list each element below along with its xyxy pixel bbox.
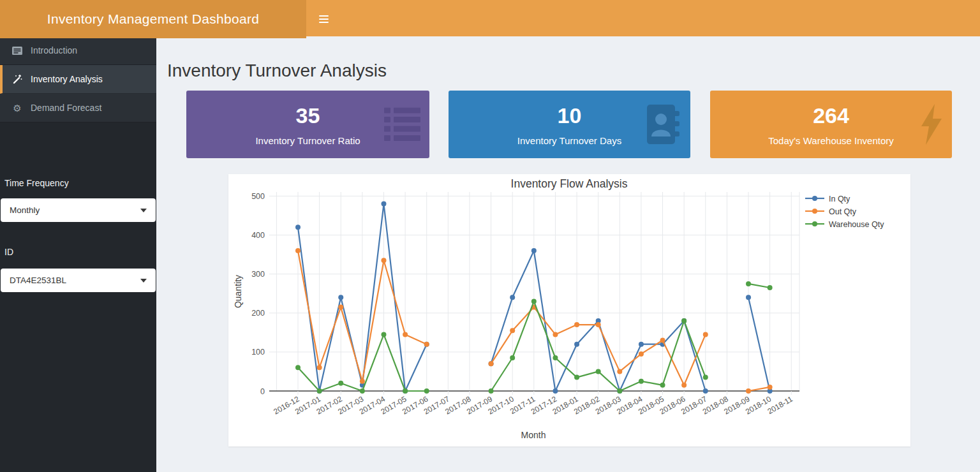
list-alt-icon	[11, 47, 23, 55]
svg-text:Out Qty: Out Qty	[829, 207, 857, 216]
data-point	[703, 332, 708, 337]
svg-text:100: 100	[251, 348, 265, 357]
sidebar-toggle-button[interactable]	[315, 13, 332, 26]
sidebar-item-label: Inventory Analysis	[31, 74, 103, 84]
time-frequency-select[interactable]: Monthly	[1, 198, 156, 222]
data-point	[295, 248, 301, 253]
data-point	[489, 388, 494, 394]
svg-text:Quantity: Quantity	[233, 275, 243, 308]
hamburger-icon	[319, 15, 329, 17]
svg-text:400: 400	[251, 231, 265, 240]
legend-item-warehouse-qty[interactable]: Warehouse Qty	[805, 220, 884, 229]
data-point	[489, 361, 494, 366]
data-point	[596, 322, 601, 327]
list-icon	[384, 108, 420, 142]
data-point	[338, 305, 343, 310]
legend-item-in-qty[interactable]: In Qty	[805, 195, 850, 203]
data-point	[639, 379, 644, 384]
sidebar: Introduction Inventory Analysis ⚙ Demand…	[0, 36, 156, 472]
sidebar-item-demand-forecast[interactable]: ⚙ Demand Forecast	[0, 94, 156, 122]
data-point	[424, 388, 429, 394]
data-point	[317, 388, 322, 394]
data-point	[681, 318, 687, 323]
data-point	[746, 295, 751, 300]
svg-text:0: 0	[260, 387, 265, 396]
data-point	[574, 342, 579, 347]
data-point	[338, 381, 343, 386]
id-label: ID	[2, 247, 16, 257]
data-point	[768, 385, 773, 390]
data-point	[768, 285, 773, 290]
data-point	[381, 332, 386, 337]
legend-item-out-qty[interactable]: Out Qty	[805, 207, 857, 216]
chevron-down-icon	[140, 209, 147, 212]
svg-text:200: 200	[251, 309, 265, 318]
gear-icon: ⚙	[11, 103, 23, 113]
data-point	[639, 342, 644, 347]
data-point	[553, 355, 558, 360]
data-point	[381, 258, 386, 263]
stat-card-turnover-ratio: 35 Inventory Turnover Ratio	[186, 91, 429, 158]
data-point	[703, 388, 708, 394]
sidebar-item-inventory-analysis[interactable]: Inventory Analysis	[0, 65, 156, 94]
stat-label: Today's Warehouse Inventory	[710, 135, 952, 146]
data-point	[596, 369, 601, 374]
data-point	[295, 365, 301, 370]
data-point	[574, 322, 579, 327]
data-point	[681, 383, 687, 388]
data-point	[295, 225, 301, 230]
svg-text:500: 500	[251, 192, 265, 201]
svg-text:300: 300	[251, 270, 265, 279]
data-point	[639, 351, 644, 357]
data-point	[510, 355, 515, 360]
data-point	[574, 375, 579, 380]
data-point	[360, 379, 365, 384]
data-point	[703, 375, 708, 380]
sidebar-item-introduction[interactable]: Introduction	[0, 36, 156, 65]
svg-text:2018-11: 2018-11	[766, 394, 794, 416]
svg-text:In Qty: In Qty	[829, 195, 850, 203]
inventory-flow-chart: 01002003004005002016-122017-012017-02201…	[228, 174, 910, 446]
data-point	[660, 338, 665, 343]
stat-card-warehouse-inventory: 264 Today's Warehouse Inventory	[710, 91, 952, 158]
data-point	[553, 332, 558, 337]
data-point	[510, 328, 515, 333]
svg-text:Inventory Flow Analysis: Inventory Flow Analysis	[511, 177, 628, 190]
time-frequency-label: Time Frequency	[2, 178, 71, 188]
data-point	[746, 281, 751, 286]
data-point	[510, 295, 515, 300]
data-point	[317, 365, 322, 370]
id-select[interactable]: DTA4E2531BL	[1, 269, 156, 292]
data-point	[338, 295, 343, 300]
data-point	[531, 299, 537, 304]
stat-value: 264	[710, 103, 952, 128]
data-point	[360, 388, 365, 394]
time-frequency-value: Monthly	[10, 205, 40, 215]
data-point	[660, 383, 665, 388]
sidebar-item-label: Introduction	[31, 45, 77, 55]
bolt-icon	[921, 104, 943, 145]
svg-text:Warehouse Qty: Warehouse Qty	[829, 220, 884, 229]
address-book-icon	[644, 105, 681, 144]
sidebar-item-label: Demand Forecast	[31, 103, 101, 113]
stat-card-turnover-days: 10 Inventory Turnover Days	[449, 91, 690, 158]
page-title: Inventory Turnover Analysis	[167, 61, 387, 81]
svg-text:Month: Month	[521, 430, 546, 440]
data-point	[381, 202, 386, 207]
app-title: Inventory Management Dashboard	[0, 0, 306, 38]
data-point	[531, 248, 537, 253]
data-point	[403, 388, 408, 394]
app-title-text: Inventory Management Dashboard	[47, 11, 259, 27]
chevron-down-icon	[140, 279, 147, 283]
inventory-flow-chart-panel: 01002003004005002016-122017-012017-02201…	[228, 174, 910, 446]
id-value: DTA4E2531BL	[10, 276, 66, 285]
data-point	[746, 388, 751, 394]
app-header: Inventory Management Dashboard	[0, 0, 980, 36]
data-point	[403, 332, 408, 337]
magic-wand-icon	[11, 74, 23, 84]
data-point	[424, 342, 429, 347]
data-point	[617, 388, 622, 394]
main-content: Inventory Turnover Analysis 35 Inventory…	[156, 36, 980, 472]
data-point	[553, 388, 558, 394]
data-point	[617, 369, 622, 374]
